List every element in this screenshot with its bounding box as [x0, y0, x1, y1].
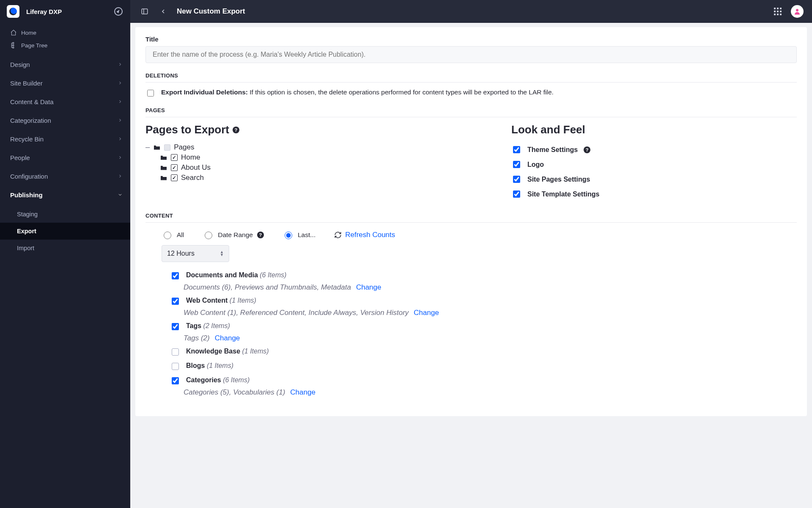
deletions-checkbox-row[interactable]: Export Individual Deletions: If this opt… — [145, 88, 587, 98]
tree-item-label: Home — [181, 153, 200, 162]
brand-logo[interactable] — [7, 5, 19, 18]
tree-root-label: Pages — [174, 143, 194, 152]
divider — [145, 82, 587, 83]
sidebar-section-label: Configuration — [10, 173, 48, 180]
last-duration-select[interactable]: 12 Hours ▲▼ — [162, 245, 229, 262]
export-deletions-checkbox[interactable] — [147, 90, 154, 97]
content-item-title: Tags (2 Items) — [186, 322, 230, 330]
look-feel-heading: Look and Feel — [511, 123, 587, 136]
panel-toggle-button[interactable] — [140, 6, 150, 17]
divider — [145, 117, 587, 117]
content-item-checkbox[interactable] — [172, 363, 179, 367]
change-link[interactable]: Change — [215, 334, 240, 342]
lf-site-pages-settings[interactable]: Site Pages Settings — [511, 172, 587, 187]
pages-to-export-column: Pages to Export ? – Pages — [145, 123, 494, 202]
refresh-counts-link[interactable]: Refresh Counts — [334, 231, 395, 239]
tree-icon — [10, 42, 17, 49]
sidebar-section-label: Publishing — [10, 191, 43, 199]
lf-checkbox[interactable] — [513, 190, 520, 198]
section-deletions: DELETIONS — [145, 72, 587, 79]
change-link[interactable]: Change — [356, 283, 381, 291]
sidebar-section-label: Content & Data — [10, 98, 54, 105]
tree-item-checkbox[interactable] — [171, 164, 178, 171]
tree-item-label: About Us — [181, 163, 211, 172]
content-item-checkbox[interactable] — [172, 272, 179, 279]
filter-last[interactable]: Last... — [283, 230, 315, 239]
sidebar-section-people[interactable]: People — [0, 148, 130, 167]
tree-item-checkbox[interactable] — [171, 174, 178, 181]
tree-root-checkbox[interactable] — [164, 144, 170, 151]
sidebar-section-publishing[interactable]: Publishing — [0, 185, 130, 204]
sidebar-section-design[interactable]: Design — [0, 55, 130, 74]
back-button[interactable] — [158, 6, 168, 17]
tree-item[interactable]: Search — [145, 173, 494, 183]
lf-checkbox[interactable] — [513, 146, 520, 153]
tree-item-checkbox[interactable] — [171, 154, 178, 161]
help-icon[interactable]: ? — [584, 146, 587, 153]
help-icon[interactable]: ? — [233, 127, 239, 133]
radio-label: All — [177, 231, 184, 239]
change-link[interactable]: Change — [414, 309, 439, 317]
chevron-down-icon — [118, 192, 123, 197]
brand-name: Liferay DXP — [26, 8, 62, 15]
sidebar-nav: Home Page Tree Design Site Builder Conte… — [0, 23, 130, 258]
lf-label: Site Pages Settings — [527, 176, 587, 183]
filter-date-range[interactable]: Date Range ? — [203, 230, 264, 239]
content-item-detail: Web Content (1), Referenced Content, Inc… — [170, 306, 587, 317]
sidebar-section-label: Recycle Bin — [10, 135, 44, 143]
pages-tree: – Pages Home Abo — [145, 142, 494, 183]
tree-item[interactable]: Home — [145, 152, 494, 163]
content-item: Blogs (1 Items) — [145, 359, 587, 367]
content-item-checkbox[interactable] — [172, 323, 179, 330]
chevron-left-icon — [160, 8, 167, 15]
sidebar-section-site-builder[interactable]: Site Builder — [0, 74, 130, 92]
main: New Custom Export Title DELETIONS Export… — [130, 0, 587, 367]
filter-last-radio[interactable] — [285, 232, 292, 239]
filter-all[interactable]: All — [162, 230, 184, 239]
sidebar-item-label: Import — [17, 245, 34, 251]
content-item: Tags (2 Items)Tags (2)Change — [145, 320, 587, 345]
collapse-icon[interactable]: – — [145, 143, 150, 152]
lf-label: Theme Settings — [527, 146, 578, 154]
sidebar-item-staging[interactable]: Staging — [0, 206, 130, 223]
lf-logo[interactable]: Logo — [511, 157, 587, 172]
sidebar-section-content-data[interactable]: Content & Data — [0, 92, 130, 111]
lf-label: Logo — [527, 161, 544, 168]
lf-theme-settings[interactable]: Theme Settings ? — [511, 142, 587, 157]
lf-checkbox[interactable] — [513, 161, 520, 168]
filter-all-radio[interactable] — [164, 232, 171, 239]
home-icon — [10, 29, 17, 36]
sidebar-section-categorization[interactable]: Categorization — [0, 111, 130, 130]
select-value: 12 Hours — [167, 250, 195, 257]
lf-checkbox[interactable] — [513, 176, 520, 183]
tree-item[interactable]: About Us — [145, 163, 494, 173]
title-input[interactable] — [145, 46, 587, 63]
content-item-checkbox[interactable] — [172, 348, 179, 356]
sidebar-item-page-tree[interactable]: Page Tree — [0, 39, 130, 52]
compass-icon[interactable] — [114, 7, 123, 16]
chevron-right-icon — [118, 118, 123, 123]
content-item-title: Knowledge Base (1 Items) — [186, 348, 269, 355]
title-label: Title — [145, 36, 587, 43]
help-icon[interactable]: ? — [257, 232, 264, 238]
sidebar-section-configuration[interactable]: Configuration — [0, 167, 130, 185]
content-item-title: Web Content (1 Items) — [186, 297, 256, 304]
svg-rect-0 — [13, 42, 14, 44]
filter-date-range-radio[interactable] — [205, 232, 212, 239]
sidebar-item-import[interactable]: Import — [0, 240, 130, 257]
content-item-checkbox[interactable] — [172, 298, 179, 305]
form-panel: Title DELETIONS Export Individual Deleti… — [135, 27, 587, 367]
sidebar-item-label: Staging — [17, 211, 38, 218]
divider — [145, 222, 587, 223]
content-scroll[interactable]: Title DELETIONS Export Individual Deleti… — [130, 23, 587, 367]
select-arrows-icon: ▲▼ — [220, 251, 224, 257]
sidebar-item-home[interactable]: Home — [0, 26, 130, 39]
sidebar-section-label: Site Builder — [10, 80, 43, 87]
content-item-detail: Tags (2)Change — [170, 331, 587, 342]
sidebar-item-export[interactable]: Export — [0, 223, 130, 240]
sidebar-item-label: Page Tree — [21, 42, 47, 49]
tree-root[interactable]: – Pages — [145, 142, 494, 152]
lf-site-template-settings[interactable]: Site Template Settings — [511, 187, 587, 202]
section-content: CONTENT — [145, 213, 587, 219]
sidebar-section-recycle-bin[interactable]: Recycle Bin — [0, 130, 130, 148]
